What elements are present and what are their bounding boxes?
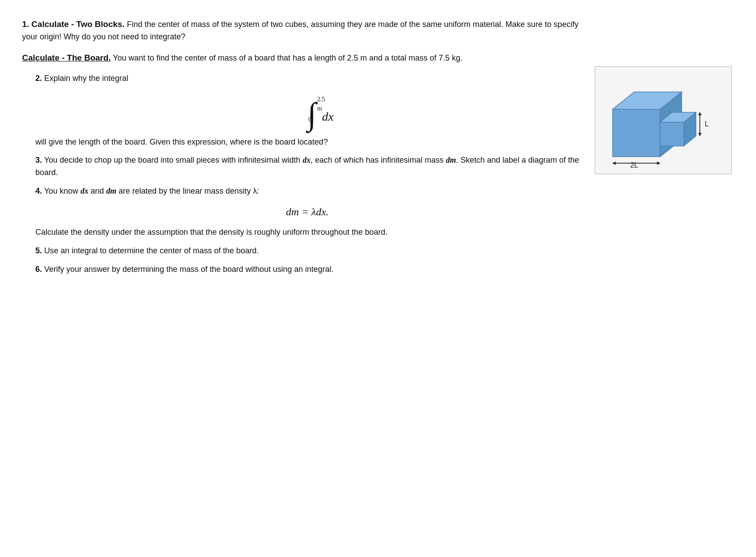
label-L: L <box>705 120 709 128</box>
item-4-text-pre: You know <box>42 187 80 195</box>
item-3-dm: dm <box>446 156 456 164</box>
integral-display: 2.5 m ∫ 0 dx <box>62 95 579 126</box>
calculate-board-block: Calculate - The Board. You want to find … <box>22 51 579 65</box>
item-3-text2: , each of which has infinitesimal mass <box>310 156 446 164</box>
item-2-text-after: will give the length of the board. Given… <box>35 137 328 146</box>
item-4-text-mid2: are related by the linear mass density λ… <box>116 187 259 195</box>
dm-equation: dm = λdx. <box>35 204 579 220</box>
svg-marker-3 <box>660 122 684 146</box>
svg-marker-10 <box>698 112 702 115</box>
item-4-text-mid1: and <box>88 187 106 195</box>
item-6-number: 6. <box>35 265 42 274</box>
item-3-dx: dx <box>302 156 310 164</box>
svg-marker-0 <box>613 109 660 156</box>
item-4-dm: dm <box>106 187 116 195</box>
item-2-number: 2. <box>35 74 42 83</box>
item-5-text: Use an integral to determine the center … <box>42 246 259 255</box>
item-5-block: 5. Use an integral to determine the cent… <box>35 245 579 257</box>
item-4-text-after: Calculate the density under the assumpti… <box>35 228 387 237</box>
integral-lower-limit: 0 <box>308 115 311 125</box>
item-2-block: 2. Explain why the integral 2.5 m ∫ 0 dx… <box>35 72 579 149</box>
integral-sign: ∫ <box>307 98 316 130</box>
item-3-text: You decide to chop up the board into sma… <box>42 156 302 164</box>
integral-upper-limit: 2.5 m <box>317 95 325 114</box>
svg-marker-8 <box>657 161 660 165</box>
diagram-area: 2L L <box>592 18 734 282</box>
item-3-block: 3. You decide to chop up the board into … <box>35 154 579 179</box>
diagram-box: 2L L <box>595 66 732 174</box>
calc-board-title: Calculate - The Board. <box>22 53 111 62</box>
item-3-number: 3. <box>35 156 42 164</box>
problem-1-block: 1. Calculate - Two Blocks. Find the cent… <box>22 18 579 43</box>
item-5-number: 5. <box>35 246 42 255</box>
item-4-dx: dx <box>80 187 88 195</box>
item-6-text: Verify your answer by determining the ma… <box>42 265 333 274</box>
problem-1-title: 1. Calculate - Two Blocks. <box>22 19 125 29</box>
svg-marker-11 <box>698 133 702 136</box>
calc-board-text: You want to find the center of mass of a… <box>111 53 463 62</box>
item-4-block: 4. You know dx and dm are related by the… <box>35 185 579 239</box>
cubes-diagram: 2L L <box>603 75 722 168</box>
item-6-block: 6. Verify your answer by determining the… <box>35 263 579 276</box>
svg-marker-7 <box>613 161 616 165</box>
integral-row: 2.5 m ∫ 0 dx <box>307 95 333 126</box>
item-4-number: 4. <box>35 187 42 195</box>
item-2-text-before: Explain why the integral <box>42 74 128 83</box>
label-2L: 2L <box>630 161 638 168</box>
